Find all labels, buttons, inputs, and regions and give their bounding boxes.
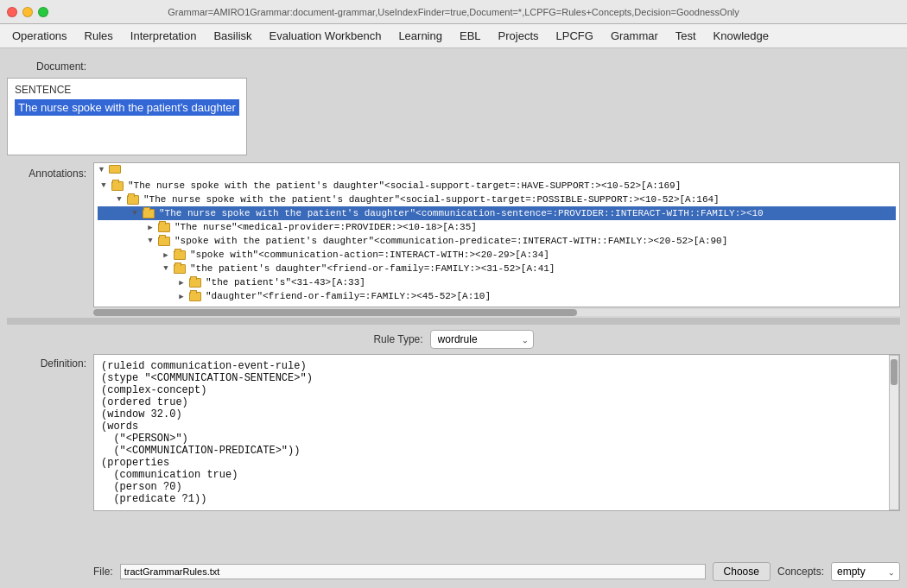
tree-folder-icon — [143, 208, 156, 218]
tree-folder-icon — [189, 277, 203, 288]
menu-item-projects[interactable]: Projects — [490, 26, 548, 46]
rule-type-label: Rule Type: — [373, 333, 422, 345]
menubar: OperationsRulesInterpretationBasiliskEva… — [0, 24, 907, 48]
definition-box[interactable]: (ruleid communication-event-rule) (stype… — [94, 355, 889, 510]
close-button[interactable] — [7, 7, 17, 17]
sentence-label: SENTENCE — [15, 84, 239, 96]
tree-folder-icon — [174, 263, 187, 274]
tree-toggle-icon[interactable]: ▼ — [160, 262, 172, 275]
rule-type-select-wrapper[interactable]: wordrulephraserulesentenrule — [430, 330, 534, 349]
document-label: Document: — [7, 55, 93, 73]
tree-toggle-icon[interactable]: ▶ — [175, 276, 187, 288]
window-title: Grammar=AMIRO1Grammar:document-grammar,U… — [168, 7, 739, 17]
tree-toggle-icon[interactable]: ▼ — [113, 193, 125, 205]
annotations-label: Annotations: — [7, 162, 93, 180]
tree-item[interactable]: ▶"the patient's"<31-43>[A:33] — [98, 275, 896, 289]
tree-item[interactable]: ▼"The nurse spoke with the patient's dau… — [98, 206, 896, 220]
definition-scrollbar-thumb — [891, 359, 897, 385]
tree-toggle-icon[interactable]: ▼ — [144, 235, 156, 247]
tree-item-text: "The nurse spoke with the patient's daug… — [128, 180, 681, 191]
main-content: Document: SENTENCE The nurse spoke with … — [0, 48, 907, 588]
bottom-file-row: File: Choose Concepts: emptyall — [7, 562, 900, 581]
menu-item-learning[interactable]: Learning — [390, 26, 451, 46]
tree-container: ▼"The nurse spoke with the patient's dau… — [94, 175, 899, 307]
tree-item[interactable]: ▶"spoke with"<communication-action=:INTE… — [98, 248, 896, 262]
tree-item-text: "the patient's"<31-43>[A:33] — [206, 277, 365, 288]
definition-row: Definition: (ruleid communication-event-… — [7, 354, 900, 555]
titlebar: Grammar=AMIRO1Grammar:document-grammar,U… — [0, 0, 907, 24]
tree-item[interactable]: ▼"The nurse spoke with the patient's dau… — [98, 179, 896, 193]
tree-folder-icon — [158, 236, 172, 246]
tree-toggle-icon[interactable]: ▶ — [175, 290, 187, 302]
rule-type-row: Rule Type: wordrulephraserulesentenrule — [7, 330, 900, 349]
horizontal-scrollbar[interactable] — [93, 309, 900, 316]
tree-item-text: "The nurse spoke with the patient's daug… — [159, 208, 764, 218]
menu-item-interpretation[interactable]: Interpretation — [122, 26, 206, 46]
menu-item-evaluation-workbench[interactable]: Evaluation Workbench — [261, 26, 390, 46]
rule-type-select[interactable]: wordrulephraserulesentenrule — [430, 330, 534, 349]
tree-toggle-icon[interactable]: ▶ — [144, 221, 156, 233]
menu-item-test[interactable]: Test — [667, 26, 705, 46]
choose-button[interactable]: Choose — [713, 562, 771, 581]
maximize-button[interactable] — [38, 7, 48, 17]
tree-toggle-icon[interactable]: ▼ — [129, 207, 141, 219]
menu-item-knowledge[interactable]: Knowledge — [705, 26, 777, 46]
concepts-select-wrapper[interactable]: emptyall — [831, 562, 900, 581]
file-input[interactable] — [120, 564, 706, 579]
tree-folder-icon — [127, 194, 141, 205]
tree-item-text: "spoke with the patient's daughter"<comm… — [174, 236, 727, 246]
annotations-section: Annotations: ▼ ▼"The nurse spoke with th… — [7, 162, 900, 316]
tree-folder-icon — [174, 250, 187, 260]
tree-folder-icon — [158, 222, 172, 232]
tree-toggle-icon[interactable]: ▶ — [160, 249, 172, 261]
tree-item-text: "The nurse"<medical-provider=:PROVIDER:>… — [174, 222, 477, 232]
menu-item-basilisk[interactable]: Basilisk — [205, 26, 260, 46]
definition-label: Definition: — [7, 354, 93, 370]
tree-root-folder-icon — [109, 165, 121, 174]
tree-item[interactable]: ▶"The nurse"<medical-provider=:PROVIDER:… — [98, 220, 896, 234]
tree-item-text: "daughter"<friend-or-family=:FAMILY:><45… — [206, 291, 491, 301]
minimize-button[interactable] — [22, 7, 33, 17]
panel-divider — [7, 318, 900, 325]
annotations-box[interactable]: ▼ ▼"The nurse spoke with the patient's d… — [93, 162, 900, 307]
tree-item[interactable]: ▼"the patient's daughter"<friend-or-fami… — [98, 262, 896, 275]
concepts-label: Concepts: — [777, 566, 824, 578]
document-box: SENTENCE The nurse spoke with the patien… — [7, 78, 247, 155]
tree-toggle-icon[interactable]: ▼ — [98, 180, 110, 192]
tree-collapse-all[interactable]: ▼ — [98, 165, 105, 174]
tree-folder-icon — [111, 180, 125, 191]
menu-item-grammar[interactable]: Grammar — [602, 26, 667, 46]
scrollbar-thumb[interactable] — [93, 309, 577, 316]
tree-item-text: "spoke with"<communication-action=:INTER… — [190, 250, 549, 260]
bottom-panel: Rule Type: wordrulephraserulesentenrule … — [7, 326, 900, 581]
file-label: File: — [93, 566, 113, 578]
concepts-select[interactable]: emptyall — [831, 562, 900, 581]
document-section: Document: SENTENCE The nurse spoke with … — [7, 55, 900, 155]
menu-item-operations[interactable]: Operations — [3, 26, 76, 46]
sentence-text: The nurse spoke with the patient's daugh… — [15, 99, 239, 116]
tree-folder-icon — [189, 291, 203, 301]
menu-item-lpcfg[interactable]: LPCFG — [548, 26, 602, 46]
tree-item-text: "The nurse spoke with the patient's daug… — [143, 194, 720, 205]
menu-item-ebl[interactable]: EBL — [451, 26, 490, 46]
window-controls — [7, 7, 48, 17]
tree-item[interactable]: ▼"spoke with the patient's daughter"<com… — [98, 234, 896, 248]
tree-item[interactable]: ▶"daughter"<friend-or-family=:FAMILY:><4… — [98, 289, 896, 303]
tree-item[interactable]: ▼"The nurse spoke with the patient's dau… — [98, 193, 896, 206]
definition-scrollbar[interactable] — [889, 355, 899, 510]
tree-item-text: "the patient's daughter"<friend-or-famil… — [190, 263, 555, 274]
menu-item-rules[interactable]: Rules — [76, 26, 122, 46]
